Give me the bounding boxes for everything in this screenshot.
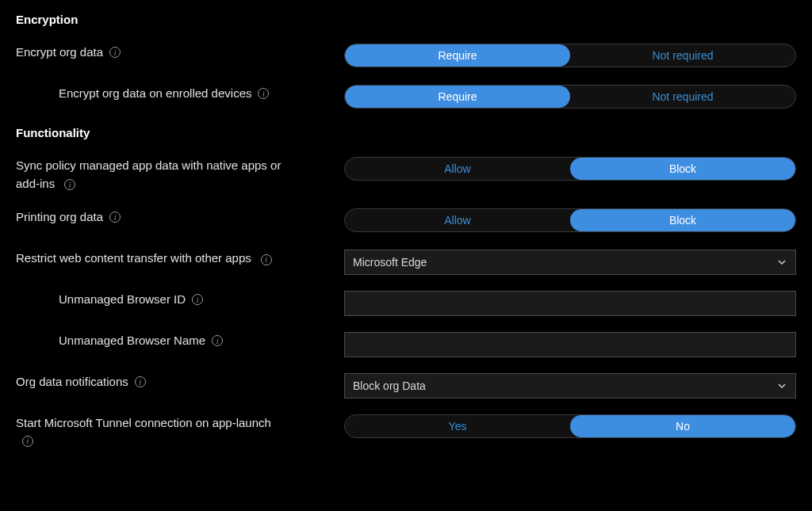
input-unmanaged-browser-name[interactable] xyxy=(344,332,796,357)
toggle-encrypt-org-data-enrolled-not-required[interactable]: Not required xyxy=(570,86,795,108)
info-icon[interactable]: i xyxy=(212,335,223,346)
info-icon[interactable]: i xyxy=(258,88,269,99)
info-icon[interactable]: i xyxy=(135,376,146,387)
dropdown-value-restrict-web-content: Microsoft Edge xyxy=(353,256,427,269)
toggle-tunnel-yes[interactable]: Yes xyxy=(345,415,570,437)
label-unmanaged-browser-name: Unmanaged Browser Name xyxy=(59,332,205,350)
section-header-encryption: Encryption xyxy=(16,13,796,26)
dropdown-org-data-notifications[interactable]: Block org Data xyxy=(344,373,796,399)
label-printing-org-data: Printing org data xyxy=(16,208,103,227)
toggle-sync-policy-allow[interactable]: Allow xyxy=(345,158,570,180)
label-restrict-web-content: Restrict web content transfer with other… xyxy=(16,251,251,265)
toggle-sync-policy: Allow Block xyxy=(344,157,796,181)
section-header-functionality: Functionality xyxy=(16,126,796,139)
toggle-tunnel-no[interactable]: No xyxy=(570,415,795,437)
row-encrypt-org-data-enrolled: Encrypt org data on enrolled devices i R… xyxy=(16,85,796,110)
toggle-encrypt-org-data-require[interactable]: Require xyxy=(345,44,570,67)
info-icon[interactable]: i xyxy=(22,436,33,447)
info-icon[interactable]: i xyxy=(64,179,75,190)
toggle-encrypt-org-data-not-required[interactable]: Not required xyxy=(570,44,795,67)
row-sync-policy: Sync policy managed app data with native… xyxy=(16,157,796,193)
row-start-microsoft-tunnel: Start Microsoft Tunnel connection on app… xyxy=(16,414,796,447)
row-restrict-web-content: Restrict web content transfer with other… xyxy=(16,250,796,275)
toggle-printing-org-data: Allow Block xyxy=(344,208,796,232)
dropdown-restrict-web-content[interactable]: Microsoft Edge xyxy=(344,250,796,275)
row-encrypt-org-data: Encrypt org data i Require Not required xyxy=(16,44,796,69)
toggle-encrypt-org-data-enrolled: Require Not required xyxy=(344,85,796,109)
label-encrypt-org-data-enrolled: Encrypt org data on enrolled devices xyxy=(59,85,251,103)
info-icon[interactable]: i xyxy=(261,254,272,265)
toggle-printing-allow[interactable]: Allow xyxy=(345,209,570,231)
label-org-data-notifications: Org data notifications xyxy=(16,373,128,391)
info-icon[interactable]: i xyxy=(192,294,203,305)
row-printing-org-data: Printing org data i Allow Block xyxy=(16,208,796,234)
toggle-encrypt-org-data-enrolled-require[interactable]: Require xyxy=(345,86,570,108)
toggle-start-microsoft-tunnel: Yes No xyxy=(344,414,796,438)
toggle-encrypt-org-data: Require Not required xyxy=(344,44,796,67)
chevron-down-icon xyxy=(776,257,787,268)
row-unmanaged-browser-name: Unmanaged Browser Name i xyxy=(16,332,796,357)
row-unmanaged-browser-id: Unmanaged Browser ID i xyxy=(16,291,796,316)
label-encrypt-org-data: Encrypt org data xyxy=(16,44,103,62)
label-unmanaged-browser-id: Unmanaged Browser ID xyxy=(59,291,186,309)
label-sync-policy: Sync policy managed app data with native… xyxy=(16,158,281,190)
toggle-printing-block[interactable]: Block xyxy=(570,209,795,231)
toggle-sync-policy-block[interactable]: Block xyxy=(570,158,795,180)
label-start-microsoft-tunnel: Start Microsoft Tunnel connection on app… xyxy=(16,416,271,429)
info-icon[interactable]: i xyxy=(109,212,121,223)
row-org-data-notifications: Org data notifications i Block org Data xyxy=(16,373,796,399)
dropdown-value-org-data-notifications: Block org Data xyxy=(353,379,426,392)
chevron-down-icon xyxy=(776,380,787,391)
info-icon[interactable]: i xyxy=(109,47,121,58)
input-unmanaged-browser-id[interactable] xyxy=(344,291,796,316)
